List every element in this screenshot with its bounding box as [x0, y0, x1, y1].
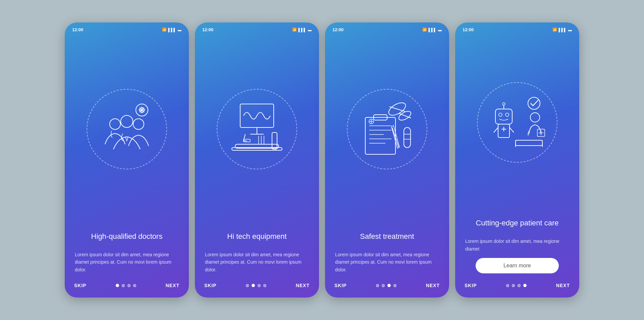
- dot-3-2: [382, 284, 385, 287]
- illustration-4: [455, 34, 579, 207]
- screen-desc-3: Lorem ipsum dolor sit dim amet, mea regi…: [335, 251, 439, 273]
- svg-rect-11: [272, 132, 277, 149]
- text-area-1: High-qualified doctors Lorem ipsum dolor…: [65, 221, 189, 277]
- nav-dots-2: [246, 284, 266, 287]
- dot-2-2: [252, 284, 255, 287]
- signal-icon-4: ▌▌▌: [559, 28, 567, 32]
- status-bar-4: 12:00 📶 ▌▌▌ ▬: [455, 22, 579, 34]
- svg-rect-33: [495, 109, 512, 124]
- dashed-circle-3: [347, 89, 427, 169]
- status-icons-1: 📶 ▌▌▌ ▬: [162, 28, 181, 32]
- skip-button-1[interactable]: SKIP: [74, 283, 87, 288]
- dashed-circle-4: [477, 82, 557, 163]
- screen-4: 12:00 📶 ▌▌▌ ▬: [455, 22, 579, 298]
- dashed-circle-1: [87, 89, 167, 169]
- dot-2-4: [263, 284, 266, 287]
- doctors-icon: [95, 97, 159, 161]
- svg-point-44: [530, 113, 540, 122]
- status-bar-3: 12:00 📶 ▌▌▌ ▬: [325, 22, 449, 34]
- wifi-icon-4: 📶: [552, 28, 557, 32]
- wifi-icon: 📶: [162, 28, 167, 32]
- screen-title-2: Hi tech equipment: [205, 227, 309, 246]
- svg-point-2: [110, 119, 120, 129]
- skip-button-2[interactable]: SKIP: [204, 283, 217, 288]
- svg-point-35: [505, 113, 509, 116]
- battery-icon: ▬: [178, 28, 181, 32]
- status-bar-1: 12:00 📶 ▌▌▌ ▬: [65, 22, 189, 34]
- text-area-4: Cutting-edge patient care Lorem ipsum do…: [455, 207, 579, 277]
- svg-line-16: [389, 107, 405, 111]
- next-button-4[interactable]: NEXT: [556, 283, 570, 288]
- dot-1-1: [116, 284, 119, 287]
- text-area-2: Hi tech equipment Lorem ipsum dolor sit …: [195, 221, 319, 277]
- svg-rect-45: [516, 140, 542, 146]
- status-icons-4: 📶 ▌▌▌ ▬: [552, 28, 572, 32]
- battery-icon-3: ▬: [438, 28, 442, 32]
- svg-point-43: [528, 97, 540, 109]
- text-area-3: Safest treatment Lorem ipsum dolor sit d…: [325, 221, 449, 277]
- signal-icon: ▌▌▌: [168, 28, 176, 32]
- nav-bar-4: SKIP NEXT: [455, 277, 579, 298]
- dot-3-1: [376, 284, 379, 287]
- skip-button-3[interactable]: SKIP: [334, 283, 347, 288]
- svg-point-34: [499, 113, 502, 116]
- dot-3-4: [393, 284, 396, 287]
- nav-dots-4: [506, 284, 527, 287]
- status-icons-3: 📶 ▌▌▌ ▬: [422, 28, 442, 32]
- skip-button-4[interactable]: SKIP: [465, 283, 477, 288]
- dot-2-3: [258, 284, 261, 287]
- screen-title-1: High-qualified doctors: [75, 227, 179, 246]
- screen-2: 12:00 📶 ▌▌▌ ▬: [195, 22, 319, 298]
- nav-dots-3: [376, 284, 396, 287]
- svg-line-42: [509, 127, 514, 132]
- learn-more-button[interactable]: Learn more: [476, 258, 559, 273]
- illustration-3: [325, 34, 449, 221]
- screens-container: 12:00 📶 ▌▌▌ ▬: [51, 9, 593, 311]
- dot-4-2: [512, 284, 515, 287]
- dot-1-4: [133, 284, 136, 287]
- nav-bar-3: SKIP NEXT: [325, 277, 449, 298]
- time-2: 12:00: [202, 27, 213, 32]
- patient-care-icon: [485, 91, 549, 154]
- screen-title-4: Cutting-edge patient care: [465, 213, 569, 233]
- wifi-icon-3: 📶: [422, 28, 427, 32]
- nav-bar-2: SKIP NEXT: [195, 277, 319, 298]
- svg-point-3: [121, 115, 133, 127]
- svg-line-18: [399, 113, 411, 118]
- screen-desc-4: Lorem ipsum dolor sit dim amet, mea regi…: [465, 237, 569, 253]
- dot-2-1: [246, 284, 249, 287]
- signal-icon-3: ▌▌▌: [429, 28, 436, 32]
- illustration-1: [65, 34, 189, 221]
- illustration-2: [195, 34, 319, 221]
- time-1: 12:00: [72, 27, 83, 32]
- next-button-1[interactable]: NEXT: [166, 283, 179, 288]
- battery-icon-4: ▬: [568, 28, 572, 32]
- status-icons-2: 📶 ▌▌▌ ▬: [292, 28, 312, 32]
- screen-title-3: Safest treatment: [335, 227, 439, 246]
- nav-bar-1: SKIP NEXT: [65, 277, 189, 298]
- signal-icon-2: ▌▌▌: [299, 28, 306, 32]
- wifi-icon-2: 📶: [292, 28, 297, 32]
- time-3: 12:00: [332, 27, 343, 32]
- svg-rect-30: [404, 127, 411, 148]
- treatment-icon: [355, 97, 419, 161]
- screen-desc-1: Lorem ipsum dolor sit dim amet, mea regi…: [75, 251, 179, 273]
- next-button-2[interactable]: NEXT: [296, 283, 310, 288]
- dot-4-4: [523, 284, 527, 287]
- battery-icon-2: ▬: [308, 28, 312, 32]
- dashed-circle-2: [217, 89, 297, 169]
- nav-dots-1: [116, 284, 136, 287]
- svg-line-41: [494, 127, 498, 132]
- next-button-3[interactable]: NEXT: [426, 283, 440, 288]
- equipment-icon: [225, 97, 289, 161]
- dot-3-3: [387, 284, 391, 287]
- dot-4-1: [506, 284, 509, 287]
- dot-1-2: [122, 284, 125, 287]
- screen-1: 12:00 📶 ▌▌▌ ▬: [65, 22, 189, 298]
- screen-desc-2: Lorem ipsum dolor sit dim amet, mea regi…: [205, 251, 309, 273]
- dot-4-3: [518, 284, 521, 287]
- time-4: 12:00: [463, 27, 474, 32]
- screen-3: 12:00 📶 ▌▌▌ ▬: [325, 22, 449, 298]
- status-bar-2: 12:00 📶 ▌▌▌ ▬: [195, 22, 319, 34]
- dot-1-3: [127, 284, 130, 287]
